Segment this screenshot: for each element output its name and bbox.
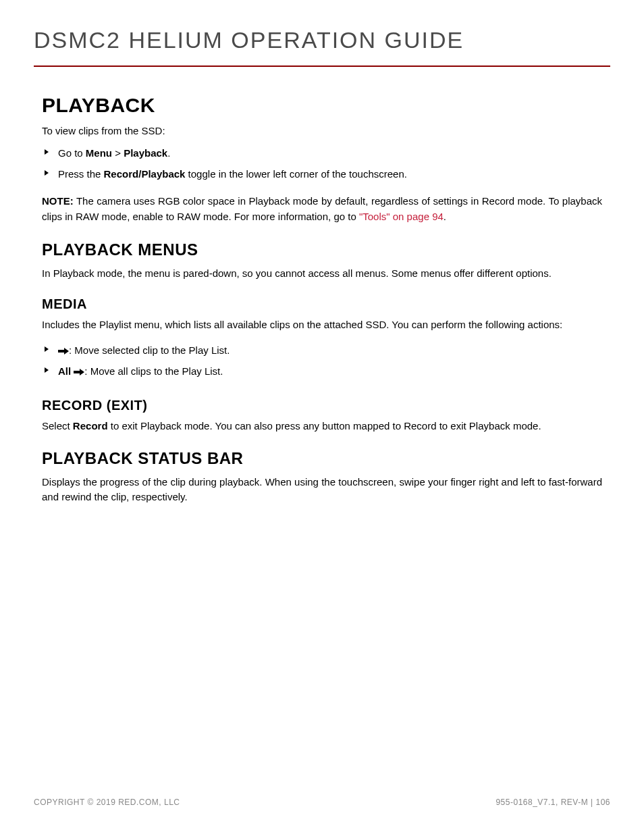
list-item: Press the Record/Playback toggle in the … (42, 164, 602, 185)
playback-menus-text: In Playback mode, the menu is pared-down… (42, 266, 602, 282)
media-bullet2-text: : Move all clips to the Play List. (84, 365, 223, 377)
note-end: . (444, 211, 446, 222)
instruction-list: Go to Menu > Playback. Press the Record/… (42, 143, 602, 184)
record-label: Record (73, 420, 108, 432)
tools-link[interactable]: "Tools" on page 94 (359, 211, 444, 222)
text-part: Select (42, 420, 73, 432)
text-part: . (167, 147, 170, 159)
menu-label: Menu (86, 147, 112, 159)
arrow-right-icon (74, 368, 84, 376)
subsub-title-record-exit: RECORD (EXIT) (42, 398, 602, 413)
document-header-title: DSMC2 HELIUM OPERATION GUIDE (34, 27, 610, 67)
media-text: Includes the Playlist menu, which lists … (42, 317, 602, 333)
content-area: PLAYBACK To view clips from the SSD: Go … (34, 94, 610, 505)
note-paragraph: NOTE: The camera uses RGB color space in… (42, 194, 602, 224)
text-part: toggle in the lower left corner of the t… (185, 168, 407, 180)
subsection-title-playback-menus: PLAYBACK MENUS (42, 240, 602, 259)
note-text: The camera uses RGB color space in Playb… (42, 195, 602, 222)
list-item: All : Move all clips to the Play List. (42, 361, 602, 382)
all-label: All (58, 365, 71, 377)
record-playback-label: Record/Playback (104, 168, 186, 180)
record-exit-text: Select Record to exit Playback mode. You… (42, 419, 602, 434)
note-label: NOTE: (42, 195, 74, 207)
text-part: Go to (58, 147, 86, 159)
status-bar-text: Displays the progress of the clip during… (42, 475, 602, 505)
list-item: : Move selected clip to the Play List. (42, 340, 602, 361)
subsection-title-status-bar: PLAYBACK STATUS BAR (42, 449, 602, 468)
subsub-title-media: MEDIA (42, 296, 602, 312)
arrow-right-icon (58, 347, 69, 355)
text-part: to exit Playback mode. You can also pres… (108, 420, 541, 432)
section-title-playback: PLAYBACK (42, 94, 602, 117)
media-action-list: : Move selected clip to the Play List. A… (42, 340, 602, 382)
doc-info-text: 955-0168_V7.1, REV-M | 106 (495, 798, 610, 807)
text-part: Press the (58, 168, 104, 180)
list-item: Go to Menu > Playback. (42, 143, 602, 164)
intro-text: To view clips from the SSD: (42, 125, 602, 136)
copyright-text: COPYRIGHT © 2019 RED.COM, LLC (34, 798, 180, 807)
media-bullet1-text: : Move selected clip to the Play List. (69, 344, 230, 356)
playback-label: Playback (124, 147, 167, 159)
text-part: > (112, 147, 124, 159)
page-footer: COPYRIGHT © 2019 RED.COM, LLC 955-0168_V… (34, 798, 610, 807)
